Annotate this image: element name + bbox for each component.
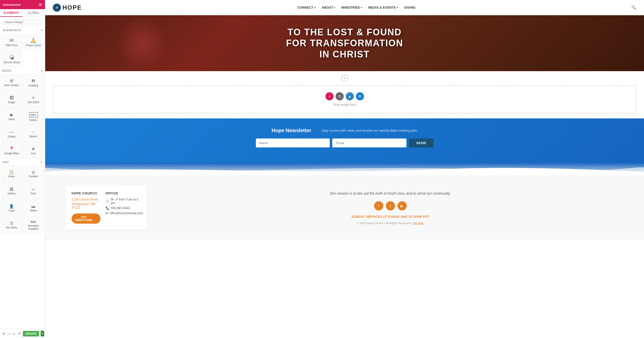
section-basic-label: BASIC — [3, 69, 12, 72]
widget-portfolio[interactable]: ⊟ Portfolio — [23, 166, 44, 182]
newsletter-form: SEND — [256, 139, 434, 147]
newsletter-email-input[interactable] — [332, 139, 406, 147]
nav-giving[interactable]: GIVING — [404, 6, 416, 9]
nav-menu-label: Nav Menu — [6, 226, 18, 229]
widget-icon[interactable]: ★ Icon — [23, 142, 44, 159]
newsletter-send-button[interactable]: SEND — [409, 139, 433, 147]
nav-media-events[interactable]: MEDIA & EVENTS ▾ — [368, 6, 398, 9]
hero-text: TO THE LOST & FOUND FOR TRANSFORMATION I… — [286, 27, 403, 60]
tab-global[interactable]: GLOBAL — [23, 9, 45, 17]
widget-prayer-cloud[interactable]: 🙏 Prayer Cloud — [23, 34, 44, 50]
search-icon[interactable]: 🔍 — [631, 5, 636, 10]
widget-form[interactable]: ▭ Form — [23, 183, 44, 199]
blue-arrow-container — [45, 89, 48, 110]
hero-section: TO THE LOST & FOUND FOR TRANSFORMATION I… — [45, 15, 644, 71]
spacer-icon: ↕ — [32, 130, 34, 134]
panel-content: SHAREFAITH ▾ ✉ FMS Form 🙏 Prayer Cloud 🌤… — [0, 27, 45, 338]
footer-section: HOPE CHURCH 1234 Church Street Albuquerq… — [45, 175, 644, 240]
wave-svg — [45, 163, 644, 175]
video-icon: ▶ — [10, 113, 13, 117]
responsive-icon[interactable]: ▭ — [7, 332, 11, 336]
section-basic[interactable]: BASIC ▾ — [0, 68, 45, 74]
add-section-button[interactable]: + — [341, 75, 348, 82]
widget-login[interactable]: 👤 Login — [1, 200, 22, 216]
sermon-cloud-label: Sermon Cloud — [4, 61, 20, 64]
basic-widgets: ⊞ Inner Section H Heading 🖼 Image ≡ Text… — [0, 74, 45, 159]
widget-google-maps[interactable]: 📍 Google Maps — [1, 142, 22, 159]
elementor-logo: elementor — [3, 3, 21, 7]
site-map-link[interactable]: Site Map — [413, 222, 424, 225]
blue-arrow-icon — [45, 89, 48, 109]
section-sharefaith-label: SHAREFAITH — [3, 29, 21, 32]
drag-actions: + ⊡ ▲ ⚙ — [325, 92, 364, 100]
widget-button[interactable]: btn Button — [23, 108, 44, 125]
widget-slides[interactable]: ▬ Slides — [23, 200, 44, 216]
widget-inner-section[interactable]: ⊞ Inner Section — [1, 74, 22, 91]
slides-icon: ▬ — [31, 204, 35, 208]
chevron-connect: ▾ — [314, 6, 316, 9]
service-time1: 9:00AM — [388, 215, 400, 219]
footer-right: Our mission is to live out the truth of … — [157, 186, 624, 230]
footer-office-title: OFFICE — [106, 192, 143, 195]
nav-menu-icon: ☰ — [10, 221, 13, 225]
widget-heading[interactable]: H Heading — [23, 74, 44, 91]
heading-icon: H — [32, 79, 35, 83]
newsletter-name-input[interactable] — [256, 139, 330, 147]
footer-church-info: HOPE CHURCH 1234 Church Street Albuquerq… — [72, 192, 101, 224]
widget-video[interactable]: ▶ Video — [1, 108, 22, 125]
widget-nav-menu[interactable]: ☰ Nav Menu — [1, 217, 22, 233]
sharefaith-widgets: ✉ FMS Form 🙏 Prayer Cloud 🌤 Sermon Cloud — [0, 33, 45, 68]
tab-elements[interactable]: ELEMENTS — [0, 9, 23, 17]
gallery-label: Gallery — [8, 192, 16, 195]
chevron-ministries: ▾ — [361, 6, 362, 9]
section-pro[interactable]: PRO ▾ — [0, 159, 45, 165]
drag-move-button[interactable]: ⊡ — [336, 92, 344, 100]
youtube-button[interactable]: ▶ — [398, 201, 407, 210]
widget-sermon-cloud[interactable]: 🌤 Sermon Cloud — [1, 51, 22, 67]
newsletter-top: Hope Newsletter Stay current with news a… — [272, 128, 418, 133]
image-icon: 🖼 — [10, 96, 14, 100]
section-sharefaith[interactable]: SHAREFAITH ▾ — [0, 27, 45, 33]
animated-headline-icon: Abc — [30, 220, 36, 223]
login-icon: 👤 — [9, 204, 14, 208]
widget-image[interactable]: 🖼 Image — [1, 91, 22, 108]
drag-settings-button[interactable]: ⚙ — [356, 92, 364, 100]
widget-posts[interactable]: 📋 Posts — [1, 166, 22, 182]
settings-icon[interactable]: ⚙ — [2, 332, 5, 336]
animated-headline-label: Animated Headline — [24, 224, 43, 231]
search-input[interactable] — [3, 19, 42, 25]
widget-fms-form[interactable]: ✉ FMS Form — [1, 34, 22, 50]
nav-connect[interactable]: CONNECT ▾ — [298, 6, 316, 9]
update-button[interactable]: UPDATE — [23, 331, 39, 336]
nav-ministries[interactable]: MINISTRIES ▾ — [341, 6, 362, 9]
get-directions-button[interactable]: GET DIRECTIONS 📍 — [72, 213, 101, 224]
history-icon[interactable]: ↩ — [13, 332, 16, 336]
footer-address1[interactable]: 1234 Church Street — [72, 198, 101, 201]
footer-mission: Our mission is to live out the truth of … — [330, 191, 451, 197]
widget-spacer[interactable]: ↕ Spacer — [23, 125, 44, 142]
video-label: Video — [8, 118, 15, 121]
widget-text-editor[interactable]: ≡ Text Editor — [23, 91, 44, 108]
drag-label: Drag widget here — [333, 103, 356, 106]
icon-label: Icon — [31, 152, 36, 155]
inner-section-icon: ⊞ — [10, 79, 13, 83]
widget-animated-headline[interactable]: Abc Animated Headline — [23, 217, 44, 233]
grid-icon[interactable]: ⊞ — [39, 3, 42, 7]
preview-icon[interactable]: 👁 — [18, 332, 21, 336]
footer-office-email: ✉ office@churchemail.com — [106, 211, 143, 215]
footer-services-label: SUNDAY SERVICES AT — [352, 215, 387, 219]
facebook-button[interactable]: f — [374, 201, 383, 210]
left-panel: elementor ⊞ ELEMENTS GLOBAL SHAREFAITH ▾… — [0, 0, 45, 338]
update-arrow-button[interactable]: ▾ — [41, 331, 44, 336]
service-time2: 10:30AM — [408, 215, 422, 219]
twitter-button[interactable]: t — [386, 201, 395, 210]
drag-add-button[interactable]: + — [325, 92, 334, 100]
footer-address2[interactable]: Albuquerque, NM 87112 — [72, 202, 101, 209]
drag-triangle-button[interactable]: ▲ — [346, 92, 354, 100]
site-nav: CONNECT ▾ ABOUT ▾ MINISTRIES ▾ MEDIA & E… — [298, 6, 416, 9]
widget-gallery[interactable]: 🖼 Gallery — [1, 183, 22, 199]
footer-copyright: © 2020 Hope Church • All Rights Reserved… — [357, 222, 424, 225]
service-suffix: PST — [423, 215, 429, 219]
nav-about[interactable]: ABOUT ▾ — [322, 6, 335, 9]
widget-divider[interactable]: — Divider — [1, 125, 22, 142]
